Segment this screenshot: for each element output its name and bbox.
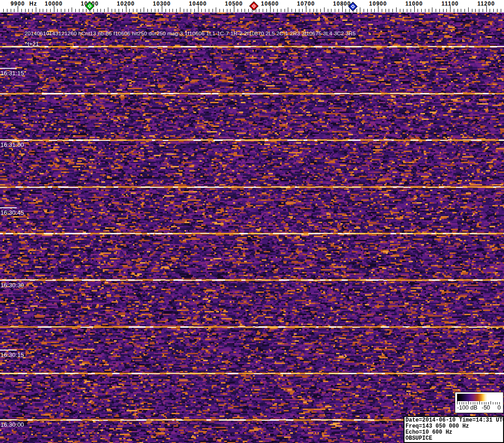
axis-tick <box>72 7 72 12</box>
axis-tick <box>396 7 397 12</box>
axis-tick <box>320 9 321 12</box>
axis-tick <box>129 9 130 12</box>
axis-tick <box>479 9 479 12</box>
axis-tick <box>158 9 159 12</box>
axis-tick <box>180 7 180 12</box>
axis-tick <box>295 9 296 12</box>
axis-tick <box>25 9 26 12</box>
axis-tick <box>144 7 144 12</box>
axis-frequency-label: 10200 <box>117 0 134 7</box>
axis-tick <box>468 7 469 12</box>
axis-tick <box>475 9 476 12</box>
axis-tick <box>328 9 328 12</box>
axis-tick <box>313 9 314 12</box>
axis-tick <box>216 7 216 12</box>
axis-tick <box>464 9 465 12</box>
axis-tick <box>75 9 76 12</box>
color-gradient-bar <box>457 394 502 401</box>
axis-tick <box>28 9 29 12</box>
axis-tick <box>454 9 454 12</box>
axis-tick <box>238 9 238 12</box>
axis-tick <box>345 9 346 12</box>
axis-tick <box>100 9 101 12</box>
axis-tick <box>418 9 418 12</box>
axis-tick <box>407 9 407 12</box>
axis-tick <box>50 9 51 12</box>
legend-labels: -100 dB -50 0 <box>455 404 503 413</box>
axis-tick <box>122 9 123 12</box>
axis-tick <box>385 9 386 12</box>
axis-frequency-label: 11000 <box>405 0 423 7</box>
axis-tick <box>392 9 393 12</box>
axis-tick <box>281 9 281 12</box>
axis-tick <box>205 9 206 12</box>
legend-label-max: 0 <box>497 404 501 411</box>
axis-tick <box>227 9 227 12</box>
axis-tick <box>194 9 195 12</box>
axis-tick <box>230 9 231 12</box>
axis-frequency-label: 10300 <box>153 0 171 7</box>
axis-tick <box>201 9 202 12</box>
spectrogram-canvas[interactable] <box>0 13 504 443</box>
axis-tick <box>360 7 360 12</box>
marker-red[interactable] <box>249 1 259 11</box>
axis-tick <box>349 9 350 12</box>
axis-tick <box>241 9 242 12</box>
axis-frequency-label: 10000 <box>45 0 62 7</box>
axis-tick <box>86 9 86 12</box>
axis-tick <box>436 9 436 12</box>
axis-tick <box>79 9 80 12</box>
axis-frequency-label: 10700 <box>297 0 315 7</box>
axis-tick <box>219 9 220 12</box>
axis-tick <box>209 9 209 12</box>
axis-tick <box>57 9 58 12</box>
axis-tick <box>497 9 497 12</box>
axis-tick <box>439 9 440 12</box>
axis-tick <box>187 9 187 12</box>
axis-tick <box>172 9 173 12</box>
frequency-axis-ruler[interactable]: Hz 9900100001010010200103001040010500106… <box>0 0 504 13</box>
axis-tick <box>245 9 245 12</box>
axis-tick <box>46 9 47 12</box>
axis-tick <box>364 9 364 12</box>
axis-tick <box>184 9 184 12</box>
axis-tick <box>256 9 256 12</box>
axis-tick <box>223 9 224 12</box>
axis-tick <box>493 9 494 12</box>
axis-tick <box>112 9 112 12</box>
axis-tick <box>83 9 83 12</box>
intensity-scale-legend: -100 dB -50 0 <box>455 392 504 413</box>
axis-tick <box>302 9 303 12</box>
spectrogram-window: Hz 9900100001010010200103001040010500106… <box>0 0 504 443</box>
axis-tick <box>43 9 43 12</box>
axis-tick <box>61 9 61 12</box>
axis-tick <box>461 9 461 12</box>
axis-tick <box>263 9 263 12</box>
axis-tick <box>288 7 288 12</box>
axis-tick <box>292 9 292 12</box>
axis-tick <box>331 9 332 12</box>
axis-frequency-label: 10600 <box>261 0 279 7</box>
axis-tick <box>68 9 69 12</box>
axis-tick <box>338 9 339 12</box>
axis-tick <box>446 9 447 12</box>
axis-tick <box>108 7 108 12</box>
axis-tick <box>176 9 177 12</box>
axis-tick <box>191 9 191 12</box>
axis-tick <box>472 9 472 12</box>
axis-tick <box>382 9 382 12</box>
axis-tick <box>151 9 152 12</box>
axis-tick <box>310 9 310 12</box>
axis-tick <box>367 9 368 12</box>
axis-tick <box>400 9 400 12</box>
axis-tick <box>65 9 65 12</box>
axis-frequency-label: 11100 <box>441 0 458 7</box>
axis-tick <box>403 9 404 12</box>
axis-tick <box>411 9 411 12</box>
axis-tick <box>11 9 11 12</box>
axis-tick <box>277 9 278 12</box>
axis-tick <box>483 9 483 12</box>
axis-tick <box>371 9 371 12</box>
axis-tick <box>36 7 36 12</box>
axis-frequency-label: 10500 <box>225 0 243 7</box>
